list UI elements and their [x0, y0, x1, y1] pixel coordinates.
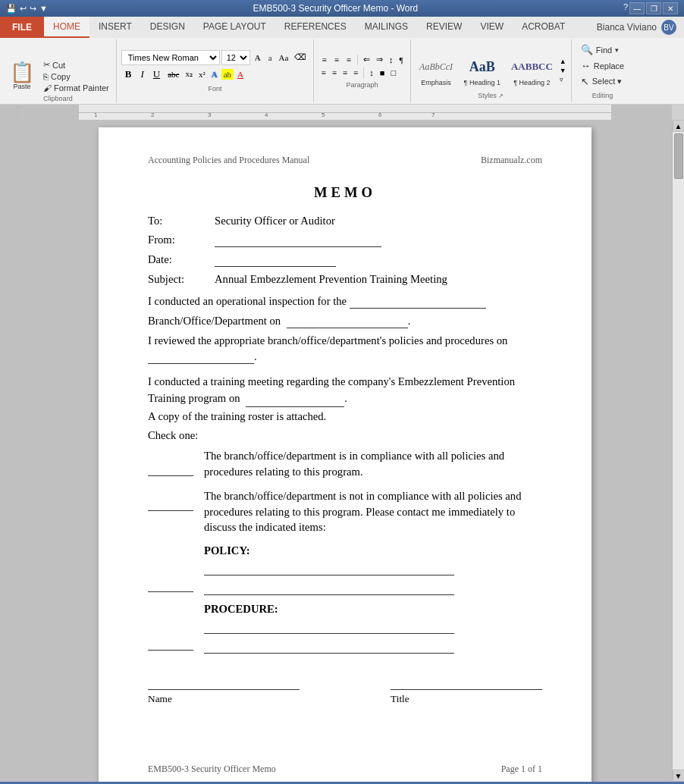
clear-formatting-button[interactable]: ⌫: [292, 52, 309, 63]
font-group: Times New Roman 12 A a Aa ⌫ B I U abc x₂…: [117, 39, 315, 102]
styles-expand[interactable]: ▿: [560, 76, 566, 83]
signature-row: Name Title: [148, 676, 542, 705]
heading2-label: ¶ Heading 2: [513, 79, 550, 86]
select-button[interactable]: ↖ Select ▾: [578, 74, 627, 89]
increase-indent-button[interactable]: ⇒: [374, 54, 385, 65]
window-title: EMB500-3 Security Officer Memo - Word: [48, 3, 623, 14]
bullets-button[interactable]: ≡: [318, 54, 329, 66]
align-right-button[interactable]: ≡: [340, 67, 350, 78]
body1-field[interactable]: [350, 295, 486, 309]
clipboard-sub: ✂ Cut ⎘ Copy 🖌 Format Painter: [39, 59, 111, 93]
sort-button[interactable]: ↕: [387, 55, 396, 65]
memo-date-row: Date:: [148, 253, 542, 267]
find-button[interactable]: 🔍 Find ▾: [578, 42, 627, 57]
tab-view[interactable]: VIEW: [471, 17, 513, 38]
font-grow-button[interactable]: A: [252, 52, 264, 64]
body4-field[interactable]: [246, 390, 344, 407]
text-effects-button[interactable]: A: [209, 69, 220, 80]
policy-row: POLICY:: [148, 544, 542, 595]
more-qa-icon[interactable]: ▼: [39, 4, 48, 13]
ruler-corner: [0, 105, 18, 120]
tab-references[interactable]: REFERENCES: [275, 17, 356, 38]
tab-insert[interactable]: INSERT: [89, 17, 141, 38]
replace-icon: ↔: [581, 60, 591, 71]
font-shrink-button[interactable]: a: [265, 52, 275, 64]
replace-button[interactable]: ↔ Replace: [578, 58, 627, 73]
sig-title-block: Title: [391, 676, 542, 705]
style-emphasis[interactable]: AaBbCcI Emphasis: [416, 52, 457, 89]
save-icon[interactable]: 💾: [6, 4, 17, 14]
align-center-button[interactable]: ≡: [330, 67, 339, 78]
tab-design[interactable]: DESIGN: [141, 17, 194, 38]
body2: Branch/Office/Department on .: [148, 315, 542, 328]
tab-review[interactable]: REVIEW: [417, 17, 471, 38]
undo-icon[interactable]: ↩: [20, 4, 27, 14]
styles-scroll-down[interactable]: ▼: [560, 67, 566, 74]
strikethrough-button[interactable]: abc: [165, 69, 181, 80]
borders-button[interactable]: □: [388, 67, 398, 78]
multilevel-button[interactable]: ≡: [344, 54, 354, 66]
underline-button[interactable]: U: [149, 67, 164, 82]
restore-button[interactable]: ❐: [646, 2, 661, 14]
footer-right: Page 1 of 1: [501, 764, 542, 775]
highlight-button[interactable]: ab: [221, 69, 234, 80]
font-case-button[interactable]: Aa: [277, 52, 291, 63]
help-icon[interactable]: ?: [623, 2, 628, 14]
scroll-up-button[interactable]: ▲: [673, 120, 685, 132]
line-spacing-button[interactable]: ↕: [367, 67, 376, 78]
ribbon-toolbar: 📋 Paste ✂ Cut ⎘ Copy 🖌 Format Painter Cl…: [0, 38, 684, 105]
paste-button[interactable]: 📋 Paste: [5, 59, 39, 93]
font-size-select[interactable]: 12: [221, 50, 250, 65]
redo-icon[interactable]: ↪: [30, 4, 36, 14]
cut-button[interactable]: ✂ Cut: [41, 59, 111, 71]
sig-name-block: Name: [148, 676, 300, 705]
tab-mailings[interactable]: MAILINGS: [356, 17, 417, 38]
bold-button[interactable]: B: [121, 67, 136, 82]
tab-page-layout[interactable]: PAGE LAYOUT: [194, 17, 275, 38]
avatar[interactable]: BV: [661, 20, 676, 35]
scroll-down-button[interactable]: ▼: [673, 770, 685, 782]
style-heading1[interactable]: AaB ¶ Heading 1: [460, 52, 504, 89]
styles-scroll-up[interactable]: ▲: [560, 58, 566, 65]
procedure-line1[interactable]: [204, 620, 454, 634]
superscript-button[interactable]: x²: [196, 69, 208, 80]
style-heading2[interactable]: AABBCC ¶ Heading 2: [507, 52, 557, 89]
page-header: Accounting Policies and Procedures Manua…: [148, 155, 542, 166]
italic-button[interactable]: I: [136, 67, 147, 82]
scroll-thumb[interactable]: [674, 133, 683, 179]
font-color-button[interactable]: A: [235, 69, 246, 80]
close-button[interactable]: ✕: [663, 2, 678, 14]
align-left-button[interactable]: ≡: [318, 67, 328, 78]
title-bar: 💾 ↩ ↪ ▼ EMB500-3 Security Officer Memo -…: [0, 0, 684, 17]
date-field[interactable]: [215, 253, 336, 267]
minimize-button[interactable]: —: [629, 2, 645, 14]
copy-button[interactable]: ⎘ Copy: [41, 71, 111, 82]
show-marks-button[interactable]: ¶: [397, 55, 406, 65]
procedure-line2[interactable]: [204, 640, 454, 654]
format-painter-button[interactable]: 🖌 Format Painter: [41, 83, 111, 93]
styles-group-label: Styles ↗: [478, 92, 504, 99]
editing-group: 🔍 Find ▾ ↔ Replace ↖ Select ▾ Editing: [572, 39, 633, 102]
subscript-button[interactable]: x₂: [183, 68, 195, 80]
check-row1: The branch/office/department is in compl…: [148, 448, 542, 479]
tab-acrobat[interactable]: ACROBAT: [513, 17, 574, 38]
from-field[interactable]: [215, 234, 381, 247]
policy-line2[interactable]: [204, 582, 454, 595]
decrease-indent-button[interactable]: ⇐: [361, 54, 372, 65]
tab-home[interactable]: HOME: [44, 17, 89, 38]
sig-name-line[interactable]: [148, 676, 300, 690]
user-area: Bianca Viviano BV: [589, 17, 684, 38]
tab-file[interactable]: FILE: [0, 17, 44, 38]
check2-blank: [148, 497, 193, 511]
from-label: From:: [148, 234, 209, 246]
body3: I reviewed the appropriate branch/office…: [148, 334, 542, 347]
sig-title-line[interactable]: [391, 676, 542, 690]
font-family-select[interactable]: Times New Roman: [121, 50, 220, 65]
ruler-scrollbar-top: [672, 105, 684, 120]
policy-line1[interactable]: [204, 562, 454, 575]
shading-button[interactable]: ■: [378, 67, 387, 78]
body3-field[interactable]: [148, 350, 254, 364]
numbering-button[interactable]: ≡: [331, 54, 342, 66]
body2-field[interactable]: [287, 315, 408, 328]
justify-button[interactable]: ≡: [351, 67, 360, 78]
